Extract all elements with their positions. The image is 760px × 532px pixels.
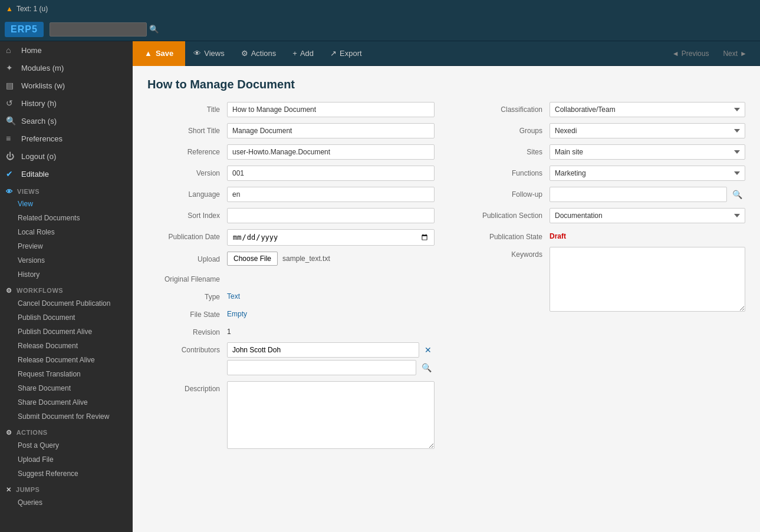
actions-button[interactable]: ⚙ Actions [233, 41, 285, 66]
sidebar-item-suggest-reference[interactable]: Suggest Reference [0, 467, 133, 481]
sidebar-item-publish-doc-alive[interactable]: Publish Document Alive [0, 325, 133, 339]
search-button[interactable]: 🔍 [147, 22, 162, 36]
next-button[interactable]: Next ► [716, 41, 754, 66]
version-control [227, 166, 435, 181]
sidebar-item-submit-doc-review[interactable]: Submit Document for Review [0, 409, 133, 424]
contributors-row-inner: ✕ [227, 342, 435, 358]
editable-label: Editable [21, 170, 49, 179]
sidebar-item-cancel-doc-pub[interactable]: Cancel Document Publication [0, 296, 133, 310]
groups-select[interactable]: Nexedi [550, 123, 745, 138]
add-button[interactable]: + Add [284, 41, 322, 66]
reference-row: Reference [147, 144, 435, 160]
choose-file-button[interactable]: Choose File [227, 252, 278, 266]
contributors-control: ✕ 🔍 [227, 342, 435, 375]
sidebar-item-editable[interactable]: ✔ Editable [0, 165, 133, 183]
sort-index-input[interactable] [227, 208, 435, 223]
prev-arrow-icon: ◄ [672, 49, 679, 58]
publication-date-input[interactable] [227, 229, 435, 246]
views-button[interactable]: 👁 Views [185, 41, 232, 66]
title-input[interactable] [227, 102, 435, 117]
revision-row: Revision 1 [147, 325, 435, 336]
home-icon: ⌂ [6, 45, 18, 55]
form-grid: Title Short Title Reference [147, 102, 745, 457]
modules-icon: ✦ [6, 63, 18, 72]
contributor-2-input[interactable] [227, 360, 416, 375]
groups-control: Nexedi [550, 123, 745, 138]
classification-select[interactable]: Collaborative/Team [550, 102, 745, 117]
add-icon: + [292, 49, 297, 58]
sidebar-item-worklists[interactable]: ▤ Worklists (w) [0, 77, 133, 94]
reference-input[interactable] [227, 144, 435, 160]
type-control: Text [227, 289, 435, 300]
contributors-add-row: 🔍 [227, 360, 435, 375]
sites-row: Sites Main site [458, 144, 745, 160]
functions-label: Functions [458, 166, 550, 177]
sidebar-item-local-roles[interactable]: Local Roles [0, 225, 133, 239]
sidebar-item-request-translation[interactable]: Request Translation [0, 367, 133, 381]
sidebar-item-share-doc[interactable]: Share Document [0, 381, 133, 395]
sidebar-item-modules[interactable]: ✦ Modules (m) [0, 59, 133, 77]
sites-select[interactable]: Main site [550, 144, 745, 160]
sidebar-item-preferences[interactable]: ≡ Preferences [0, 130, 133, 147]
version-input[interactable] [227, 166, 435, 181]
sidebar-item-release-doc[interactable]: Release Document [0, 339, 133, 353]
sidebar-item-post-query[interactable]: Post a Query [0, 438, 133, 452]
upload-label: Upload [147, 252, 227, 263]
arrow-icon: ▲ [6, 5, 13, 13]
sidebar-item-label: Logout (o) [21, 152, 56, 161]
functions-select[interactable]: Marketing [550, 166, 745, 181]
form-right-section: Classification Collaborative/Team Groups… [458, 102, 745, 457]
sort-index-label: Sort Index [147, 208, 227, 220]
sidebar-item-versions[interactable]: Versions [0, 253, 133, 267]
sidebar-item-label: Modules (m) [21, 64, 64, 72]
type-value: Text [227, 289, 435, 300]
sidebar-item-home[interactable]: ⌂ Home [0, 41, 133, 59]
search-input[interactable] [50, 22, 147, 37]
keywords-control [550, 247, 745, 313]
export-button[interactable]: ↗ Export [322, 41, 370, 66]
publication-section-select[interactable]: Documentation [550, 208, 745, 223]
follow-up-search-button[interactable]: 🔍 [729, 188, 745, 201]
title-control [227, 102, 435, 117]
sidebar-item-history[interactable]: ↺ History (h) [0, 94, 133, 112]
file-state-control: Empty [227, 307, 435, 318]
description-label: Description [147, 381, 227, 393]
sidebar-item-logout[interactable]: ⏻ Logout (o) [0, 147, 133, 165]
toolbar-nav: ◄ Previous Next ► [665, 41, 760, 66]
follow-up-input[interactable] [550, 187, 727, 202]
title-row: Title [147, 102, 435, 117]
sidebar-item-preview[interactable]: Preview [0, 239, 133, 253]
warning-icon: ▲ [144, 49, 152, 58]
short-title-input[interactable] [227, 123, 435, 138]
sidebar-item-release-doc-alive[interactable]: Release Document Alive [0, 353, 133, 367]
publication-state-row: Publication State Draft [458, 229, 745, 241]
short-title-label: Short Title [147, 123, 227, 135]
sidebar-item-upload-file[interactable]: Upload File [0, 452, 133, 467]
sidebar-item-queries[interactable]: Queries [0, 495, 133, 510]
save-button[interactable]: ▲ Save [133, 41, 185, 66]
functions-control: Marketing [550, 166, 745, 181]
sidebar-item-history-view[interactable]: History [0, 267, 133, 282]
contributors-label: Contributors [147, 342, 227, 354]
keywords-textarea[interactable] [550, 247, 745, 312]
classification-row: Classification Collaborative/Team [458, 102, 745, 117]
sidebar-item-share-doc-alive[interactable]: Share Document Alive [0, 395, 133, 409]
sidebar-item-publish-doc[interactable]: Publish Document [0, 310, 133, 325]
previous-button[interactable]: ◄ Previous [665, 41, 716, 66]
revision-control: 1 [227, 325, 435, 336]
contributor-1-input[interactable] [227, 342, 419, 358]
language-input[interactable] [227, 187, 435, 202]
sidebar-item-view[interactable]: View [0, 197, 133, 211]
publication-state-value: Draft [550, 229, 745, 240]
type-row: Type Text [147, 289, 435, 301]
follow-up-inner: 🔍 [550, 187, 745, 202]
description-textarea[interactable] [227, 381, 435, 449]
contributor-search-button[interactable]: 🔍 [419, 361, 435, 374]
form-area: How to Manage Document Title Short Title [133, 66, 760, 532]
sidebar-item-related-documents[interactable]: Related Documents [0, 211, 133, 225]
contributor-remove-button[interactable]: ✕ [422, 343, 435, 356]
workflows-section-header: ⚙ WORKFLOWS [0, 284, 133, 296]
sidebar-item-search[interactable]: 🔍 Search (s) [0, 112, 133, 130]
eye-icon: 👁 [193, 49, 201, 58]
content-area: ▲ Save 👁 Views ⚙ Actions + Add ↗ Export [133, 41, 760, 532]
